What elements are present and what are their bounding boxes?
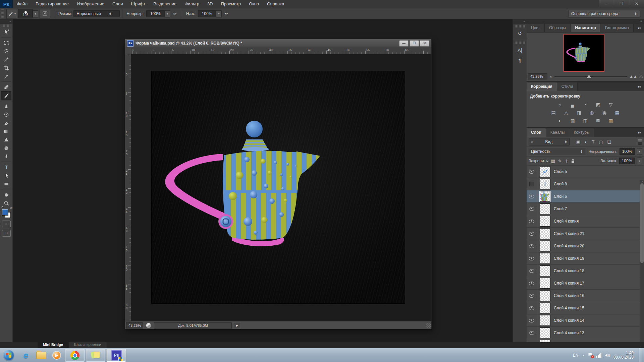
filter-toggle-switch[interactable] [638,139,642,145]
media-player-icon[interactable]: ▶ [50,349,63,361]
status-zoom-field[interactable]: 43,25% [126,322,143,328]
start-button[interactable] [3,350,14,361]
tab-Цвет[interactable]: Цвет [527,24,545,32]
flow-dropdown[interactable]: ▾ [216,10,222,17]
tab-Стили[interactable]: Стили [557,82,578,91]
visibility-eye-icon[interactable] [527,327,537,339]
layer-row[interactable]: Слой 4 копия 16 [527,290,644,302]
menu-Справка[interactable]: Справка [263,0,288,8]
tab-Каналы[interactable]: Каналы [546,128,570,137]
layer-row[interactable]: Слой 8 [527,178,644,190]
lock-all-icon[interactable] [572,161,574,163]
layer-row[interactable]: Слой 4 копия 13 [527,327,644,339]
brightness-contrast-icon[interactable]: ☼ [556,102,564,108]
layer-thumbnail[interactable] [540,191,550,202]
sticky-notes-taskbar-button[interactable] [86,349,105,362]
layer-thumbnail[interactable] [540,216,550,227]
layer-row[interactable]: Слой 4 копия 17 [527,277,644,290]
restore-button[interactable]: ❐ [614,0,629,7]
visibility-eye-icon[interactable] [527,265,537,277]
menu-Шрифт[interactable]: Шрифт [127,0,150,8]
pen-tool[interactable] [1,152,11,161]
layer-row[interactable]: Слой 4 копия [527,215,644,228]
panel-menu-icon[interactable]: ▾≡ [638,131,641,134]
layer-row[interactable]: Слой 4 копия 21 [527,228,644,240]
action-center-icon[interactable] [588,353,593,358]
levels-icon[interactable]: ▄ [569,102,577,108]
lock-position-icon[interactable]: ✛ [565,159,569,164]
bottom-tab-Mini Bridge[interactable]: Mini Bridge [38,342,69,348]
color-balance-icon[interactable]: △ [562,110,570,116]
gradient-map-icon[interactable]: ▥ [607,118,615,124]
doc-close-button[interactable]: ✕ [420,40,429,47]
tray-expand-icon[interactable]: ▲ [582,354,585,357]
menu-Редактирование[interactable]: Редактирование [32,0,73,8]
eraser-tool[interactable] [1,119,11,127]
hue-saturation-icon[interactable]: ▤ [549,110,557,116]
layer-name[interactable]: Слой 4 копия 21 [554,231,584,236]
quick-mask-button[interactable]: ◌ [2,221,11,227]
zoom-in-icon[interactable]: ▲▲ [629,74,637,79]
show-desktop-button[interactable] [639,348,642,362]
foreground-color-swatch[interactable] [2,209,8,215]
brush-preset-button[interactable]: ▾ [6,9,17,18]
visibility-eye-icon[interactable] [527,240,537,252]
visibility-eye-icon[interactable] [527,277,537,289]
history-brush-tool[interactable] [1,110,11,119]
layer-name[interactable]: Слой 4 копия 15 [554,306,584,310]
color-lookup-icon[interactable]: ▦ [613,110,621,116]
photoshop-logo-icon[interactable]: Ps [0,0,13,8]
menu-Окно[interactable]: Окно [245,0,263,8]
type-tool[interactable]: T [1,163,11,171]
opacity-field[interactable]: 100% [146,10,164,17]
blend-mode-select[interactable]: Цветность▲▼ [529,148,585,155]
tab-Навигатор[interactable]: Навигатор [571,24,600,32]
brush-size-preview[interactable]: 125 [18,9,33,18]
brush-size-dropdown[interactable]: ▾ [33,10,38,17]
tab-Слои[interactable]: Слои [527,128,546,137]
default-colors-icon[interactable] [1,206,4,208]
navigator-zoom-slider[interactable] [554,74,627,79]
panel-menu-icon[interactable]: ▾≡ [638,85,641,88]
canvas[interactable] [152,71,405,303]
layer-name[interactable]: Слой 4 копия 13 [554,330,584,335]
airbrush-opacity-icon[interactable]: ✑ [173,11,177,16]
filter-adjustment-icon[interactable]: ◐ [585,139,587,144]
network-icon[interactable] [596,353,601,358]
fill-dropdown[interactable]: ▾ [637,158,642,164]
menu-Файл[interactable]: Файл [13,0,32,8]
move-tool[interactable] [1,28,11,36]
layer-name[interactable]: Слой 6 [554,194,567,199]
layer-row[interactable]: Слой 4 копия 18 [527,265,644,277]
mode-select[interactable]: Нормальный▲▼ [73,10,120,17]
filter-shape-icon[interactable]: ▢ [599,139,603,144]
navigator-zoom-field[interactable]: 43,25% [528,73,547,79]
photo-filter-icon[interactable]: ◍ [588,110,596,116]
layer-name[interactable]: Слой 8 [554,182,567,186]
layer-row[interactable]: Слой 6 [527,190,644,203]
paragraph-panel-icon[interactable]: ¶ [513,55,527,65]
menu-Слои[interactable]: Слои [108,0,127,8]
posterize-icon[interactable]: ▨ [569,118,577,124]
menu-3D[interactable]: 3D [203,0,217,8]
blur-tool[interactable] [1,135,11,144]
visibility-eye-icon[interactable] [527,215,537,227]
threshold-icon[interactable]: ◫ [581,118,589,124]
visibility-eye-icon[interactable] [527,314,537,326]
layer-row[interactable]: Слой 4 копия 14 [527,314,644,327]
scrollbar-thumb[interactable] [640,183,644,263]
layer-row[interactable]: Слой 5 [527,166,644,178]
tab-Контуры[interactable]: Контуры [569,128,594,137]
filter-type-icon[interactable]: T [592,139,594,144]
hand-tool[interactable] [1,190,11,199]
workspace-select[interactable]: Основная рабочая среда▲▼ [568,10,640,17]
layer-thumbnail[interactable] [540,253,550,264]
zoom-slider-knob[interactable] [587,75,591,78]
rectangular-marquee-tool[interactable] [1,39,11,47]
options-grip[interactable] [1,9,4,18]
pasteboard[interactable] [131,54,431,321]
doc-maximize-button[interactable]: ☐ [410,40,419,47]
layer-thumbnail[interactable] [540,290,550,301]
opacity-dropdown[interactable]: ▾ [164,10,170,17]
visibility-eye-icon[interactable] [527,228,537,240]
